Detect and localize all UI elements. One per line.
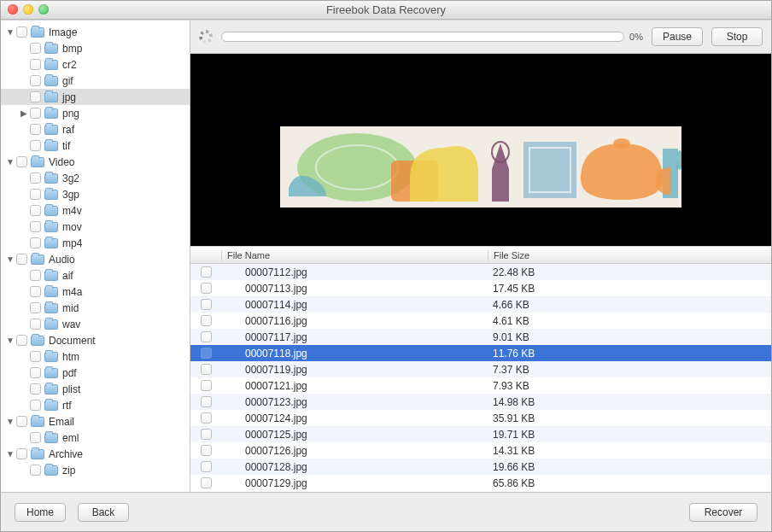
file-checkbox[interactable] xyxy=(201,348,212,359)
category-checkbox[interactable] xyxy=(16,448,27,459)
item-checkbox[interactable] xyxy=(30,270,41,281)
chevron-down-icon[interactable]: ▼ xyxy=(4,157,15,167)
tree-item[interactable]: raf xyxy=(1,121,190,137)
category-sidebar[interactable]: ▼Imagebmpcr2gifjpg▶pngraftif▼Video3g23gp… xyxy=(1,20,190,492)
tree-category[interactable]: ▼Video xyxy=(1,154,190,170)
tree-item[interactable]: jpg xyxy=(1,89,190,105)
item-checkbox[interactable] xyxy=(30,302,41,313)
item-checkbox[interactable] xyxy=(30,172,41,184)
tree-item[interactable]: 3gp xyxy=(1,186,190,202)
item-checkbox[interactable] xyxy=(30,189,41,200)
file-row[interactable]: 00007124.jpg35.91 KB xyxy=(190,410,771,426)
file-checkbox[interactable] xyxy=(201,477,212,488)
file-row[interactable]: 00007118.jpg11.76 KB xyxy=(190,345,771,361)
file-row[interactable]: 00007128.jpg19.66 KB xyxy=(190,459,771,475)
file-checkbox[interactable] xyxy=(201,266,212,278)
chevron-down-icon[interactable]: ▼ xyxy=(4,417,15,426)
item-checkbox[interactable] xyxy=(30,91,41,102)
tree-category[interactable]: ▼Audio xyxy=(1,251,190,267)
item-checkbox[interactable] xyxy=(30,43,41,54)
tree-item[interactable]: rtf xyxy=(1,397,190,413)
pause-button[interactable]: Pause xyxy=(652,27,703,46)
item-checkbox[interactable] xyxy=(30,140,41,151)
tree-item[interactable]: bmp xyxy=(1,40,190,56)
tree-item[interactable]: gif xyxy=(1,73,190,89)
item-checkbox[interactable] xyxy=(30,465,41,476)
minimize-window-button[interactable] xyxy=(23,4,33,15)
category-checkbox[interactable] xyxy=(16,26,27,38)
chevron-down-icon[interactable]: ▼ xyxy=(4,254,15,264)
file-row[interactable]: 00007129.jpg65.86 KB xyxy=(190,475,771,491)
item-checkbox[interactable] xyxy=(30,75,41,86)
item-checkbox[interactable] xyxy=(30,383,41,395)
tree-item[interactable]: m4a xyxy=(1,284,190,300)
item-checkbox[interactable] xyxy=(30,367,41,378)
item-checkbox[interactable] xyxy=(30,124,41,135)
file-table[interactable]: File Name File Size 00007112.jpg22.48 KB… xyxy=(190,246,771,492)
tree-category[interactable]: ▼Archive xyxy=(1,446,190,462)
file-row[interactable]: 00007116.jpg4.61 KB xyxy=(190,313,771,329)
column-header-size[interactable]: File Size xyxy=(488,250,771,260)
item-checkbox[interactable] xyxy=(30,400,41,411)
tree-item[interactable]: wav xyxy=(1,316,190,332)
tree-category[interactable]: ▼Image xyxy=(1,24,190,40)
item-checkbox[interactable] xyxy=(30,319,41,330)
tree-category[interactable]: ▼Email xyxy=(1,413,190,430)
file-row[interactable]: 00007121.jpg7.93 KB xyxy=(190,377,771,394)
file-row[interactable]: 00007112.jpg22.48 KB xyxy=(190,264,771,280)
file-checkbox[interactable] xyxy=(201,396,212,407)
file-checkbox[interactable] xyxy=(201,461,212,472)
file-checkbox[interactable] xyxy=(201,364,212,375)
file-row[interactable]: 00007117.jpg9.01 KB xyxy=(190,329,771,345)
file-row[interactable]: 00007126.jpg14.31 KB xyxy=(190,442,771,459)
chevron-right-icon[interactable]: ▶ xyxy=(18,108,28,118)
category-checkbox[interactable] xyxy=(16,156,27,167)
tree-item[interactable]: cr2 xyxy=(1,56,190,73)
tree-item[interactable]: mp4 xyxy=(1,235,190,251)
column-header-name[interactable]: File Name xyxy=(221,250,488,260)
close-window-button[interactable] xyxy=(8,4,18,15)
zoom-window-button[interactable] xyxy=(38,4,49,15)
file-checkbox[interactable] xyxy=(201,315,212,326)
file-row[interactable]: 00007125.jpg19.71 KB xyxy=(190,426,771,442)
tree-item[interactable]: 3g2 xyxy=(1,170,190,186)
tree-item[interactable]: htm xyxy=(1,348,190,365)
tree-item[interactable]: ▶png xyxy=(1,105,190,121)
item-checkbox[interactable] xyxy=(30,108,41,119)
chevron-down-icon[interactable]: ▼ xyxy=(4,449,15,459)
tree-item[interactable]: mid xyxy=(1,300,190,316)
recover-button[interactable]: Recover xyxy=(689,503,757,522)
stop-button[interactable]: Stop xyxy=(711,27,763,46)
tree-item[interactable]: m4v xyxy=(1,202,190,219)
home-button[interactable]: Home xyxy=(15,503,66,522)
file-row[interactable]: 00007123.jpg14.98 KB xyxy=(190,394,771,410)
item-checkbox[interactable] xyxy=(30,59,41,70)
file-checkbox[interactable] xyxy=(201,299,212,310)
category-checkbox[interactable] xyxy=(16,416,27,427)
file-row[interactable]: 00007113.jpg17.45 KB xyxy=(190,280,771,296)
item-checkbox[interactable] xyxy=(30,205,41,216)
tree-item[interactable]: eml xyxy=(1,430,190,446)
item-checkbox[interactable] xyxy=(30,221,41,232)
tree-item[interactable]: zip xyxy=(1,462,190,478)
chevron-down-icon[interactable]: ▼ xyxy=(4,27,15,37)
file-row[interactable]: 00007114.jpg4.66 KB xyxy=(190,296,771,313)
tree-item[interactable]: plist xyxy=(1,381,190,397)
file-checkbox[interactable] xyxy=(201,412,212,424)
file-checkbox[interactable] xyxy=(201,331,212,342)
item-checkbox[interactable] xyxy=(30,286,41,297)
tree-item[interactable]: aif xyxy=(1,267,190,284)
file-checkbox[interactable] xyxy=(201,283,212,294)
tree-item[interactable]: pdf xyxy=(1,365,190,381)
category-checkbox[interactable] xyxy=(16,335,27,346)
chevron-down-icon[interactable]: ▼ xyxy=(4,336,15,345)
tree-item[interactable]: tif xyxy=(1,137,190,154)
tree-item[interactable]: mov xyxy=(1,219,190,235)
item-checkbox[interactable] xyxy=(30,237,41,248)
file-checkbox[interactable] xyxy=(201,380,212,391)
file-checkbox[interactable] xyxy=(201,429,212,440)
file-checkbox[interactable] xyxy=(201,445,212,456)
tree-category[interactable]: ▼Document xyxy=(1,332,190,348)
back-button[interactable]: Back xyxy=(78,503,129,522)
item-checkbox[interactable] xyxy=(30,351,41,362)
